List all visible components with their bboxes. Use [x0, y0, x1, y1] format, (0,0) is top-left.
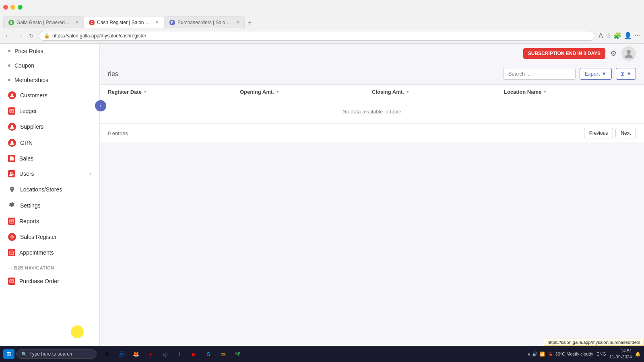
- col-header-closing-amt[interactable]: Closing Amt. ▼: [372, 89, 504, 95]
- extensions-icon[interactable]: 🧩: [613, 32, 621, 39]
- taskview-icon[interactable]: ⧉: [101, 348, 113, 360]
- sort-icon: ▼: [143, 90, 147, 94]
- facebook-icon[interactable]: f: [174, 348, 185, 360]
- tab-purchase-orders[interactable]: P Purchaseorders | Salon & Spa Ma... ✕: [164, 16, 245, 28]
- youtube-icon[interactable]: ▶: [188, 348, 200, 360]
- previous-button[interactable]: Previous: [584, 128, 613, 138]
- network-icon[interactable]: 🔊: [532, 352, 538, 357]
- sidebar-item-label: Reports: [19, 218, 39, 224]
- sidebar-item-customers[interactable]: Customers: [0, 87, 99, 103]
- filter-button[interactable]: ⊞ ▼: [616, 68, 636, 80]
- tab-galla-resto[interactable]: G Galla Resto | Powered by Galla ✕: [3, 16, 84, 28]
- sidebar-item-appointments[interactable]: Appointments: [0, 245, 99, 260]
- sidebar-item-purchase-order[interactable]: Purchase Order: [0, 274, 99, 289]
- more-icon[interactable]: ⋯: [634, 32, 641, 39]
- sidebar-item-coupon[interactable]: Coupon: [0, 58, 99, 73]
- volume-icon[interactable]: 📶: [539, 352, 545, 357]
- language-label: ENG: [597, 352, 606, 356]
- sidebar-item-users[interactable]: Users ›: [0, 166, 99, 181]
- entries-count: 0 entries: [108, 130, 128, 136]
- sidebar-item-label: Price Rules: [14, 48, 43, 54]
- forward-button[interactable]: →: [15, 31, 24, 41]
- col-header-opening-amt[interactable]: Opening Amt. ▼: [240, 89, 372, 95]
- sidebar-item-ledger[interactable]: Ledger: [0, 103, 99, 119]
- main-content: SUBSCRIPTION END IN 0 DAYS ⚙ ries: [100, 44, 644, 362]
- table-header-bar: ries Export ▼ ⊞ ▼: [100, 63, 644, 84]
- profile-icon[interactable]: 👤: [624, 32, 632, 39]
- svg-rect-1: [10, 109, 14, 113]
- tab-label: Purchaseorders | Salon & Spa Ma...: [178, 20, 232, 25]
- sidebar-item-grn[interactable]: GRN: [0, 135, 99, 151]
- sidebar: Price Rules Coupon Memberships Customers: [0, 44, 100, 362]
- sidebar-item-suppliers[interactable]: Suppliers: [0, 119, 99, 135]
- back-button[interactable]: ←: [3, 31, 12, 41]
- sidebar-item-price-rules[interactable]: Price Rules: [0, 44, 99, 58]
- tab-label: Cash Register | Salon & Spa Man...: [97, 20, 151, 25]
- table-footer: 0 entries Previous Next: [100, 123, 644, 142]
- chrome-icon[interactable]: ◎: [159, 348, 171, 360]
- tab-close-icon[interactable]: ✕: [155, 20, 159, 25]
- reload-button[interactable]: ↻: [27, 31, 35, 41]
- col-header-location-name[interactable]: Location Name ▼: [504, 89, 636, 95]
- status-bar: https://salon.galla.app/mysalon/purchase…: [544, 339, 644, 346]
- tab-cash-register[interactable]: C Cash Register | Salon & Spa Man... ✕: [84, 16, 164, 28]
- sys-tray: ∧ 🔊 📶: [527, 352, 545, 357]
- sidebar-item-label: Customers: [20, 92, 47, 99]
- svg-rect-14: [10, 251, 14, 255]
- chevron-right-icon: ›: [90, 171, 91, 177]
- col-header-register-date[interactable]: Register Date ▼: [108, 89, 240, 95]
- maps-icon[interactable]: 🗺: [232, 348, 243, 360]
- weather-notification[interactable]: 🌤: [548, 352, 552, 356]
- sidebar-item-memberships[interactable]: Memberships: [0, 73, 99, 87]
- notification-icon[interactable]: 🔔: [635, 352, 641, 357]
- svg-point-4: [11, 125, 13, 127]
- sidebar-item-label: Locations/Stores: [20, 186, 62, 193]
- users-icon: [8, 170, 15, 177]
- svg-rect-18: [10, 280, 14, 283]
- taskbar: ⊞ 🔍 Type here to search ⧉  🦊 ● ◎ f ▶ S …: [0, 346, 644, 362]
- sidebar-item-label: Sales: [19, 155, 33, 162]
- edge-icon[interactable]: : [116, 348, 127, 360]
- sidebar-item-locations[interactable]: Locations/Stores: [0, 181, 99, 197]
- skype-icon[interactable]: S: [203, 348, 214, 360]
- time-display: 14:51: [609, 348, 632, 354]
- tab-close-icon[interactable]: ✕: [236, 20, 239, 25]
- customers-icon: [8, 91, 16, 99]
- maximize-button[interactable]: [18, 5, 23, 10]
- browser-icon2[interactable]: 🦊: [130, 348, 142, 360]
- sidebar-item-label: Settings: [20, 202, 41, 209]
- translate-icon[interactable]: A: [599, 32, 603, 39]
- page-title: ries: [108, 70, 118, 78]
- header-actions: SUBSCRIPTION END IN 0 DAYS ⚙: [523, 46, 636, 61]
- start-button[interactable]: ⊞: [3, 349, 14, 359]
- browser-icon3[interactable]: ●: [145, 348, 156, 360]
- next-button[interactable]: Next: [615, 128, 636, 138]
- sidebar-item-sales-register[interactable]: Sales Register: [0, 229, 99, 245]
- taskbar-search[interactable]: 🔍 Type here to search: [16, 349, 97, 359]
- svg-point-7: [12, 173, 14, 174]
- date-display: 11-09-2024: [609, 354, 632, 360]
- taskbar-time[interactable]: 14:51 11-09-2024: [609, 348, 632, 360]
- tray-icons[interactable]: ∧: [527, 352, 530, 357]
- bookmark-icon[interactable]: ☆: [605, 32, 611, 39]
- settings-gear-icon[interactable]: ⚙: [610, 49, 617, 58]
- new-tab-button[interactable]: +: [245, 18, 255, 28]
- sidebar-item-reports[interactable]: Reports: [0, 214, 99, 229]
- export-label: Export: [585, 71, 600, 77]
- sidebar-toggle-button[interactable]: ›: [95, 100, 106, 111]
- settings-icon: [8, 202, 16, 210]
- svg-point-21: [627, 50, 631, 54]
- tab-close-icon[interactable]: ✕: [75, 20, 78, 25]
- close-button[interactable]: [3, 5, 8, 10]
- sidebar-item-settings[interactable]: Settings: [0, 197, 99, 214]
- svg-point-0: [11, 94, 13, 96]
- export-button[interactable]: Export ▼: [580, 68, 612, 80]
- sidebar-item-label: Memberships: [14, 77, 48, 83]
- search-input[interactable]: [503, 68, 576, 80]
- minimize-button[interactable]: [10, 5, 15, 10]
- suppliers-icon: [8, 123, 16, 131]
- store-icon[interactable]: 🛍: [217, 348, 229, 360]
- avatar[interactable]: [621, 46, 636, 61]
- url-bar[interactable]: 🔒 https://salon.galla.app/mysalon/cashre…: [39, 31, 595, 41]
- sidebar-item-sales[interactable]: Sales: [0, 151, 99, 166]
